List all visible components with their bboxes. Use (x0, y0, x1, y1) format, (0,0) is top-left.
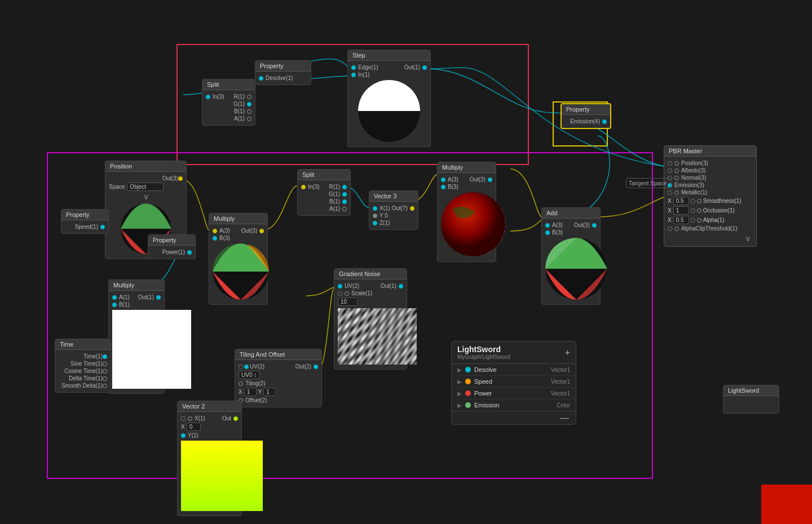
to-uv[interactable] (244, 365, 249, 369)
gn-scale-input[interactable] (338, 297, 358, 306)
ls-arrow-power[interactable]: ▶ (457, 390, 462, 397)
pbr-metallic[interactable] (674, 190, 679, 195)
lightsword-add-btn[interactable]: + (565, 348, 570, 358)
sine-time-out[interactable] (103, 362, 107, 366)
space-dropdown[interactable]: Object World View (127, 183, 164, 191)
pbr-albedo[interactable] (674, 168, 679, 173)
multiply-r-b[interactable] (441, 185, 445, 189)
to-tiling-x[interactable] (244, 388, 257, 396)
v2-x-input[interactable] (187, 423, 201, 431)
multiply-main-b[interactable] (213, 236, 217, 241)
vector2-header: Vector 2 (178, 401, 241, 412)
delta-time-out[interactable] (103, 376, 107, 381)
gn-out[interactable] (399, 284, 403, 288)
v3-x[interactable] (373, 206, 377, 211)
split-mid-a[interactable] (342, 207, 347, 211)
step-label: Step (352, 52, 365, 59)
pbr-alpha[interactable] (697, 218, 701, 223)
pbr-smoothness[interactable] (697, 199, 701, 203)
desolve-in-port[interactable] (259, 76, 263, 81)
v3-out[interactable] (410, 206, 414, 211)
pbr-pos[interactable] (674, 161, 679, 166)
ls-arrow-speed[interactable]: ▶ (457, 379, 462, 385)
pbr-clip[interactable] (674, 227, 679, 231)
add-a[interactable] (545, 223, 550, 228)
split-mid-g[interactable] (342, 192, 347, 197)
cosine-time-out[interactable] (103, 369, 107, 374)
multiply-main-a[interactable] (213, 229, 217, 233)
split-top-in[interactable] (206, 95, 210, 99)
lightsword-small-header: LightSword (723, 385, 779, 396)
split-mid-b[interactable] (342, 199, 347, 204)
split-mid-in[interactable] (301, 185, 306, 189)
gn-uv[interactable] (338, 284, 342, 288)
ls-row-emission: ▶ Emission Color (452, 399, 576, 411)
to-out[interactable] (314, 365, 318, 369)
gn-scale[interactable] (345, 291, 349, 296)
add-b[interactable] (545, 230, 550, 235)
pbr-normal[interactable] (674, 176, 679, 180)
ls-arrow-emission[interactable]: ▶ (457, 402, 462, 408)
pbr-smoothness-x[interactable] (673, 197, 689, 205)
split-mid-r[interactable] (342, 185, 347, 189)
add-out[interactable] (592, 223, 597, 228)
to-tiling[interactable] (239, 381, 243, 386)
ls-label-power: Power (474, 390, 551, 397)
split-top-r[interactable] (247, 95, 251, 99)
pbr-occlusion-x[interactable] (673, 206, 689, 215)
lightsword-panel: LightSword MyGraph/LightSword + ▶ Desolv… (451, 341, 576, 425)
ls-type-desolve: Vector1 (551, 367, 570, 373)
ls-row-speed: ▶ Speed Vector1 (452, 376, 576, 388)
split-top-b[interactable] (247, 109, 251, 114)
multiply-r-out[interactable] (488, 177, 492, 182)
svg-point-6 (441, 192, 505, 256)
step-node-header: Step (348, 50, 430, 61)
position-header: Position (105, 161, 186, 172)
ms-out[interactable] (156, 295, 161, 300)
split-top-g[interactable] (247, 102, 251, 106)
tiling-offset-header: Tiling And Offset (235, 349, 321, 360)
multiply-r-a[interactable] (441, 177, 445, 182)
emission-out-port[interactable] (602, 119, 607, 124)
to-uv-dropdown[interactable] (239, 371, 260, 379)
vector3-header: Vector 3 (369, 191, 418, 202)
ms-b[interactable] (112, 303, 117, 307)
red-square-partial (761, 485, 812, 524)
speed-out[interactable] (100, 225, 105, 229)
split-top-a[interactable] (247, 117, 251, 121)
position-out[interactable] (178, 176, 183, 181)
pbr-alpha-x[interactable] (673, 216, 689, 224)
multiply-main-header: Multiply (209, 214, 267, 224)
position-chevron[interactable]: ∨ (109, 192, 183, 201)
v2-y[interactable] (181, 433, 186, 438)
step-edge-port[interactable] (351, 65, 356, 70)
ls-label-speed: Speed (474, 378, 551, 385)
v3-z[interactable] (373, 221, 377, 225)
multiply-right-header: Multiply (438, 162, 496, 173)
property-power-node: Property Power(1) (148, 234, 196, 259)
step-in-port[interactable] (351, 73, 356, 77)
pbr-occlusion[interactable] (697, 208, 701, 213)
multiply-right-preview (441, 192, 506, 257)
ls-dot-desolve (465, 367, 471, 372)
multiply-main-out[interactable] (259, 229, 264, 233)
smooth-delta-out[interactable] (103, 384, 107, 388)
time-out[interactable] (103, 354, 107, 359)
v2-x[interactable] (188, 416, 192, 421)
gradient-noise-header: Gradient Noise (334, 269, 407, 279)
v2-out[interactable] (233, 416, 238, 421)
property-desolve-label: Property (260, 63, 284, 69)
tangent-space-label: Tangent Space (629, 180, 667, 186)
step-out-port[interactable] (422, 65, 427, 70)
to-tiling-y[interactable] (263, 388, 276, 396)
v3-y[interactable] (373, 214, 377, 218)
vector3-node: Vector 3 X(1) Out(?) Y 0 (369, 190, 418, 230)
pbr-chevron[interactable]: ∨ (668, 233, 753, 244)
ms-a[interactable] (112, 295, 117, 300)
property-speed-node: Property Speed(1) (61, 209, 109, 234)
add-preview (545, 238, 607, 300)
ls-arrow-desolve[interactable]: ▶ (457, 367, 462, 373)
lightsword-minus-btn[interactable]: — (554, 413, 575, 423)
lightsword-small-node: LightSword (723, 385, 779, 414)
power-out[interactable] (187, 250, 192, 255)
